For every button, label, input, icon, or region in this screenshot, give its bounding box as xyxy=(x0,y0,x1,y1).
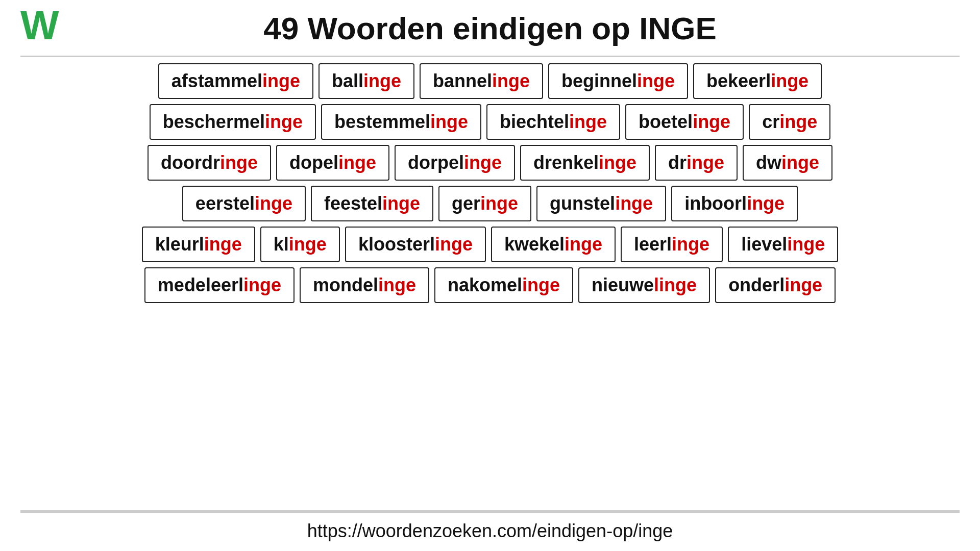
word-box: leerlinge xyxy=(621,227,723,262)
word-black-part: cr xyxy=(762,111,779,133)
word-red-part: inge xyxy=(338,152,376,173)
word-red-part: inge xyxy=(243,274,281,296)
footer-url: https://woordenzoeken.com/eindigen-op/in… xyxy=(20,512,960,551)
word-red-part: inge xyxy=(522,274,560,296)
word-box: feestelinge xyxy=(311,186,433,221)
word-box: nieuwelinge xyxy=(578,267,710,303)
word-red-part: inge xyxy=(480,193,518,214)
word-box: doordringe xyxy=(148,145,271,181)
word-box: kloosterlinge xyxy=(345,227,486,262)
word-black-part: beginnel xyxy=(561,70,637,92)
word-black-part: leerl xyxy=(634,234,672,255)
header-divider xyxy=(20,56,960,57)
word-red-part: inge xyxy=(289,234,327,255)
word-red-part: linge xyxy=(654,274,697,296)
word-red-part: inge xyxy=(781,152,819,173)
word-red-part: inge xyxy=(265,111,303,133)
word-red-part: inge xyxy=(382,193,420,214)
word-black-part: bestemmel xyxy=(334,111,430,133)
word-black-part: boetel xyxy=(639,111,693,133)
word-red-part: inge xyxy=(693,111,730,133)
word-black-part: gunstel xyxy=(550,193,615,214)
word-red-part: inge xyxy=(615,193,653,214)
word-red-part: inge xyxy=(785,274,822,296)
word-black-part: biechtel xyxy=(500,111,569,133)
word-black-part: lievel xyxy=(741,234,787,255)
word-red-part: inge xyxy=(492,70,530,92)
word-box: beginnelinge xyxy=(548,63,688,99)
word-box: inboorlinge xyxy=(671,186,798,221)
word-box: dopelinge xyxy=(276,145,389,181)
word-box: eerstelinge xyxy=(182,186,306,221)
word-red-part: inge xyxy=(378,274,416,296)
word-black-part: kwekel xyxy=(504,234,565,255)
word-red-part: inge xyxy=(787,234,825,255)
word-box: gunstelinge xyxy=(536,186,666,221)
word-black-part: nieuwe xyxy=(592,274,654,296)
word-box: geringe xyxy=(438,186,531,221)
word-box: nakomelinge xyxy=(434,267,573,303)
word-row-5: medeleerlingemondelingenakomelingenieuwe… xyxy=(15,267,965,303)
word-black-part: ger xyxy=(452,193,480,214)
word-red-part: inge xyxy=(599,152,636,173)
word-box: medeleerlinge xyxy=(144,267,295,303)
word-black-part: medeleerl xyxy=(158,274,243,296)
word-red-part: inge xyxy=(771,70,808,92)
word-black-part: feestel xyxy=(324,193,382,214)
word-red-part: inge xyxy=(204,234,242,255)
word-red-part: inge xyxy=(220,152,258,173)
word-black-part: beschermel xyxy=(163,111,265,133)
word-red-part: inge xyxy=(672,234,709,255)
word-black-part: nakomel xyxy=(448,274,522,296)
word-black-part: eerstel xyxy=(195,193,255,214)
word-box: afstammelinge xyxy=(158,63,313,99)
word-box: bestemmelinge xyxy=(321,104,481,140)
word-red-part: inge xyxy=(255,193,292,214)
word-black-part: mondel xyxy=(313,274,378,296)
word-row-3: eerstelingefeestelingegeringegunstelinge… xyxy=(15,186,965,221)
word-box: cringe xyxy=(749,104,830,140)
word-box: dorpelinge xyxy=(395,145,515,181)
word-black-part: dorpel xyxy=(408,152,464,173)
logo-letter: W xyxy=(20,5,59,46)
word-row-2: doordringedopelingedorpelingedrenkelinge… xyxy=(15,145,965,181)
word-box: dwinge xyxy=(743,145,832,181)
word-black-part: onderl xyxy=(728,274,785,296)
word-red-part: inge xyxy=(565,234,602,255)
word-black-part: doordr xyxy=(161,152,220,173)
word-box: kleurlinge xyxy=(142,227,255,262)
word-black-part: dw xyxy=(756,152,781,173)
word-black-part: inboorl xyxy=(684,193,747,214)
word-red-part: inge xyxy=(637,70,675,92)
word-black-part: drenkel xyxy=(533,152,599,173)
word-box: drenkelinge xyxy=(520,145,650,181)
word-box: ballinge xyxy=(318,63,414,99)
word-black-part: ball xyxy=(332,70,363,92)
word-box: boetelinge xyxy=(625,104,744,140)
words-grid: afstammelingeballingebannelingebeginneli… xyxy=(0,63,980,506)
word-box: lievelinge xyxy=(728,227,838,262)
word-red-part: inge xyxy=(569,111,607,133)
word-black-part: bekeerl xyxy=(706,70,771,92)
word-box: kwekelinge xyxy=(491,227,616,262)
word-black-part: bannel xyxy=(433,70,492,92)
word-red-part: inge xyxy=(430,111,468,133)
word-black-part: afstammel xyxy=(172,70,262,92)
word-red-part: inge xyxy=(687,152,724,173)
word-box: biechtelinge xyxy=(486,104,620,140)
word-row-1: beschermelingebestemmelingebiechtelingeb… xyxy=(15,104,965,140)
word-black-part: kl xyxy=(274,234,289,255)
word-box: bekeerlinge xyxy=(693,63,822,99)
word-red-part: inge xyxy=(779,111,817,133)
word-black-part: dr xyxy=(668,152,687,173)
word-row-0: afstammelingeballingebannelingebeginneli… xyxy=(15,63,965,99)
word-red-part: inge xyxy=(262,70,300,92)
word-box: dringe xyxy=(655,145,738,181)
word-black-part: dopel xyxy=(289,152,338,173)
word-box: mondelinge xyxy=(300,267,429,303)
word-red-part: inge xyxy=(363,70,401,92)
word-row-4: kleurlingeklingekloosterlingekwekelingel… xyxy=(15,227,965,262)
word-box: bannelinge xyxy=(420,63,543,99)
word-black-part: kleurl xyxy=(155,234,204,255)
word-box: onderlinge xyxy=(715,267,836,303)
